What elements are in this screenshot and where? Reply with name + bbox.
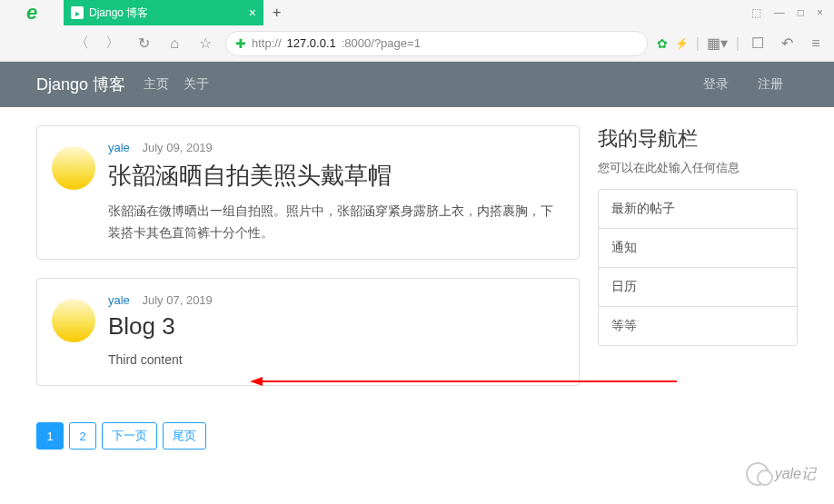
bolt-icon[interactable]: ⚡ bbox=[675, 37, 689, 50]
page-2-button[interactable]: 2 bbox=[69, 422, 96, 450]
undo-icon[interactable]: ↶ bbox=[776, 33, 798, 54]
watermark: yale记 bbox=[746, 462, 816, 486]
separator: | bbox=[696, 35, 700, 52]
window-controls: ⬚ — □ × bbox=[746, 3, 834, 23]
nav-home[interactable]: 主页 bbox=[144, 76, 169, 93]
shield-icon: ✚ bbox=[235, 36, 246, 51]
apps-icon[interactable]: ▦▾ bbox=[707, 33, 729, 54]
new-tab-button[interactable]: + bbox=[263, 5, 290, 21]
pagination: 1 2 下一页 尾页 bbox=[0, 422, 834, 450]
nav-register[interactable]: 注册 bbox=[758, 76, 783, 93]
sidebar-subtitle: 您可以在此处输入任何信息 bbox=[598, 160, 798, 176]
last-page-button[interactable]: 尾页 bbox=[163, 422, 206, 450]
avatar bbox=[52, 299, 95, 342]
post-card: yale July 07, 2019 Blog 3 Third content bbox=[36, 278, 580, 387]
separator: | bbox=[736, 35, 740, 52]
avatar bbox=[52, 146, 95, 190]
nav-about[interactable]: 关于 bbox=[184, 76, 209, 93]
sidebar-title: 我的导航栏 bbox=[598, 125, 798, 153]
sidebar: 我的导航栏 您可以在此处输入任何信息 最新的帖子 通知 日历 等等 bbox=[598, 125, 798, 404]
post-content: Third content bbox=[108, 350, 564, 371]
reload-icon[interactable]: ↻ bbox=[133, 33, 154, 54]
watermark-icon bbox=[746, 462, 769, 486]
sidebar-item-calendar[interactable]: 日历 bbox=[599, 268, 797, 307]
url-protocol: http:// bbox=[252, 36, 282, 50]
page-icon: ▸ bbox=[71, 6, 84, 19]
site-navbar: Django 博客 主页 关于 登录 注册 bbox=[0, 62, 834, 107]
sidebar-list: 最新的帖子 通知 日历 等等 bbox=[598, 189, 798, 346]
main-column: yale July 09, 2019 张韶涵晒自拍美照头戴草帽 张韶涵在微博晒出… bbox=[36, 125, 580, 404]
post-title[interactable]: 张韶涵晒自拍美照头戴草帽 bbox=[108, 160, 564, 192]
browser-tab[interactable]: ▸ Django 博客 × bbox=[64, 0, 263, 25]
nav-login[interactable]: 登录 bbox=[703, 76, 729, 93]
post-card: yale July 09, 2019 张韶涵晒自拍美照头戴草帽 张韶涵在微博晒出… bbox=[36, 125, 580, 260]
post-author[interactable]: yale bbox=[108, 293, 130, 307]
page-content: yale July 09, 2019 张韶涵晒自拍美照头戴草帽 张韶涵在微博晒出… bbox=[0, 107, 834, 422]
sidebar-item-etc[interactable]: 等等 bbox=[599, 307, 797, 345]
page-1-button[interactable]: 1 bbox=[36, 422, 64, 450]
post-author[interactable]: yale bbox=[108, 141, 130, 154]
tab-title: Django 博客 bbox=[89, 5, 148, 21]
close-window-icon[interactable]: × bbox=[811, 3, 829, 23]
pin-icon[interactable]: ⬚ bbox=[746, 3, 767, 23]
minimize-icon[interactable]: — bbox=[769, 3, 790, 23]
post-title[interactable]: Blog 3 bbox=[108, 312, 564, 341]
url-host: 127.0.0.1 bbox=[287, 36, 336, 50]
url-path: :8000/?page=1 bbox=[342, 36, 421, 50]
post-content: 张韶涵在微博晒出一组自拍照。照片中，张韶涵穿紧身露脐上衣，内搭裹胸，下装搭卡其色… bbox=[108, 201, 564, 244]
watermark-text: yale记 bbox=[775, 465, 816, 484]
browser-logo: e bbox=[0, 0, 64, 25]
post-date: July 09, 2019 bbox=[142, 141, 212, 154]
back-icon[interactable]: 〈 bbox=[71, 33, 93, 54]
forward-icon[interactable]: 〉 bbox=[102, 33, 124, 54]
star-icon[interactable]: ☆ bbox=[194, 33, 216, 54]
home-icon[interactable]: ⌂ bbox=[164, 33, 185, 54]
menu-icon[interactable]: ≡ bbox=[805, 33, 827, 54]
titlebar: e ▸ Django 博客 × + ⬚ — □ × bbox=[0, 0, 834, 25]
next-page-button[interactable]: 下一页 bbox=[102, 422, 157, 450]
browser-toolbar: 〈 〉 ↻ ⌂ ☆ ✚ http://127.0.0.1:8000/?page=… bbox=[0, 25, 834, 62]
brand[interactable]: Django 博客 bbox=[36, 74, 125, 95]
sidebar-item-notice[interactable]: 通知 bbox=[599, 229, 797, 268]
address-bar[interactable]: ✚ http://127.0.0.1:8000/?page=1 bbox=[225, 31, 648, 56]
flower-icon[interactable]: ✿ bbox=[657, 36, 668, 51]
sidebar-item-latest[interactable]: 最新的帖子 bbox=[599, 190, 797, 229]
mobile-icon[interactable]: ☐ bbox=[747, 33, 769, 54]
close-tab-icon[interactable]: × bbox=[249, 5, 256, 20]
post-date: July 07, 2019 bbox=[142, 293, 212, 307]
toolbar-right: ✿ ⚡ | ▦▾ | ☐ ↶ ≡ bbox=[657, 33, 827, 54]
maximize-icon[interactable]: □ bbox=[792, 3, 809, 23]
